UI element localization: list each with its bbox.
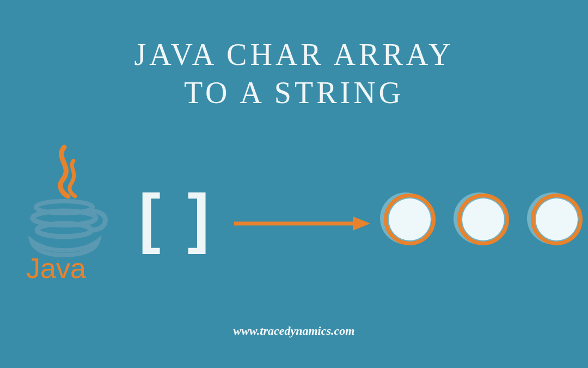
string-circles-group	[384, 194, 585, 248]
svg-marker-4	[353, 216, 370, 231]
footer-url: www.tracedynamics.com	[0, 324, 588, 338]
string-char-circle	[384, 194, 438, 248]
string-char-circle	[531, 194, 585, 248]
page-title: JAVA CHAR ARRAY TO A STRING	[0, 35, 588, 112]
title-line-1: JAVA CHAR ARRAY	[134, 38, 454, 71]
svg-point-2	[37, 224, 91, 237]
array-brackets: [ ]	[139, 180, 213, 255]
java-logo-text: Java	[26, 252, 86, 283]
arrow-icon	[234, 215, 370, 232]
string-char-circle	[457, 194, 512, 248]
java-logo-icon: Java	[16, 142, 112, 283]
title-line-2: TO A STRING	[184, 76, 404, 110]
